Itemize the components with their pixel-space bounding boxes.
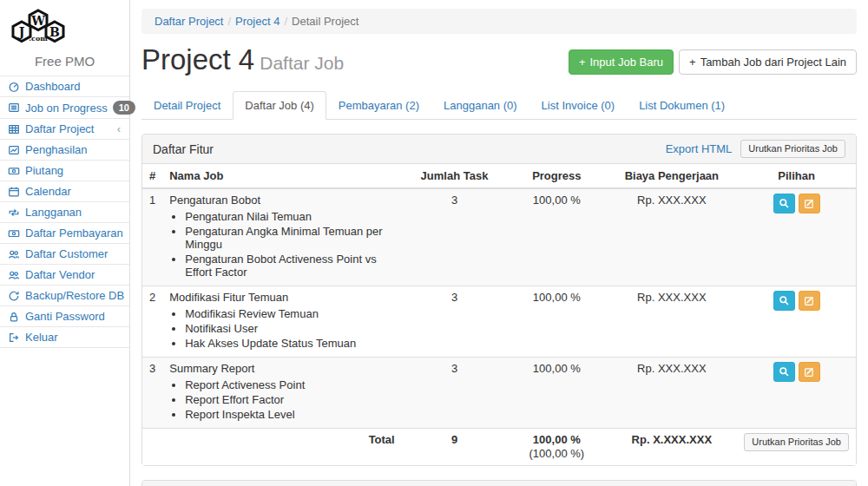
task-count: 3: [402, 358, 508, 429]
search-icon: [779, 295, 790, 306]
plus-icon: +: [579, 55, 586, 69]
table-row: 2 Modifikasi Fitur Temuan Modifikasi Rev…: [142, 286, 856, 358]
sidebar-item-job-on-progress[interactable]: Job on Progress 10: [0, 97, 129, 119]
view-job-button[interactable]: [773, 291, 795, 311]
progress-value: 100,00 %: [507, 286, 606, 358]
urutkan-prioritas-job-button[interactable]: Urutkan Prioritas Job: [744, 433, 849, 451]
search-icon: [779, 366, 790, 378]
users-icon: [7, 269, 20, 281]
column-header: Pilihan: [737, 164, 856, 188]
tab-list-dokumen[interactable]: List Dokumen (1): [627, 91, 737, 120]
sidebar-item-label: Daftar Project: [25, 122, 112, 135]
total-label: Total: [162, 429, 401, 466]
row-actions: [744, 362, 849, 382]
sidebar-item-dashboard[interactable]: Dashboard: [0, 76, 129, 97]
row-actions: [744, 194, 849, 213]
sidebar-item-label: Backup/Restore DB: [25, 289, 124, 302]
breadcrumb-current: Detail Project: [292, 15, 358, 28]
tab-daftar-job[interactable]: Daftar Job (4): [233, 91, 326, 120]
cost-value: Rp. XXX.XXX: [606, 188, 737, 286]
row-actions: [744, 291, 849, 311]
edit-job-button[interactable]: [799, 194, 820, 213]
sidebar: W J B .com Free PMO Dashboard Job on Pro…: [0, 0, 130, 486]
job-title: Modifikasi Fitur Temuan: [169, 291, 288, 304]
subtask-item: Pengaturan Angka Minimal Temuan per Ming…: [185, 224, 394, 252]
sidebar-item-backup-restore-db[interactable]: Backup/Restore DB: [0, 286, 129, 306]
cost-value: Rp. XXX.XXX: [606, 358, 737, 429]
sidebar-item-label: Daftar Vendor: [25, 268, 122, 281]
job-title: Pengaturan Bobot: [169, 194, 260, 207]
refresh-icon: [7, 290, 20, 302]
sidebar-item-penghasilan[interactable]: Penghasilan: [0, 140, 129, 161]
project-name: Project 4: [141, 43, 254, 76]
sidebar-item-label: Daftar Customer: [25, 247, 122, 260]
table-row: 1 Pengaturan Bobot Pengaturan Nilai Temu…: [142, 188, 856, 286]
svg-text:.com: .com: [29, 34, 48, 43]
page-header: Project 4Daftar Job + Input Job Baru + T…: [141, 43, 857, 81]
breadcrumb-link-daftar-project[interactable]: Daftar Project: [155, 15, 223, 28]
view-job-button[interactable]: [773, 362, 795, 382]
edit-icon: [804, 198, 815, 209]
column-header: Progress: [507, 164, 606, 188]
search-icon: [779, 198, 790, 209]
progress-value: 100,00 %: [507, 358, 606, 429]
sidebar-item-daftar-vendor[interactable]: Daftar Vendor: [0, 265, 129, 286]
sidebar-item-keluar[interactable]: Keluar: [0, 327, 129, 348]
sidebar-menu: Dashboard Job on Progress 10 Daftar Proj…: [0, 76, 129, 348]
edit-icon: [804, 366, 815, 378]
app-logo[interactable]: W J B .com Free PMO: [0, 0, 129, 69]
lock-icon: [7, 311, 20, 323]
breadcrumb-separator: /: [279, 15, 292, 28]
sidebar-item-label: Job on Progress: [25, 102, 108, 115]
input-job-baru-button[interactable]: + Input Job Baru: [569, 49, 674, 75]
column-header: Jumlah Task: [402, 164, 508, 188]
dashboard-icon: [7, 81, 20, 93]
subtask-item: Report Activeness Point: [185, 378, 394, 392]
sidebar-item-daftar-pembayaran[interactable]: Daftar Pembayaran: [0, 223, 129, 244]
edit-job-button[interactable]: [799, 362, 820, 382]
urutkan-prioritas-job-button[interactable]: Urutkan Prioritas Job: [740, 140, 845, 158]
table-row: 3 Summary Report Report Activeness Point…: [142, 358, 856, 429]
jwb-hexagon-logo-icon: W J B .com: [0, 5, 76, 52]
calendar-icon: [7, 186, 20, 198]
tab-pembayaran[interactable]: Pembayaran (2): [326, 91, 431, 120]
export-html-link[interactable]: Export HTML: [666, 142, 733, 155]
view-job-button[interactable]: [773, 194, 795, 213]
sidebar-item-daftar-project[interactable]: Daftar Project ‹: [0, 119, 129, 140]
tab-detail-project[interactable]: Detail Project: [141, 91, 233, 120]
subtask-item: Notifikasi User: [185, 321, 394, 336]
sidebar-item-label: Daftar Pembayaran: [25, 227, 123, 240]
edit-job-button[interactable]: [799, 291, 820, 311]
project-tabs: Detail Project Daftar Job (4) Pembayaran…: [141, 91, 857, 120]
subtask-item: Report Effort Factor: [185, 392, 394, 407]
sidebar-item-langganan[interactable]: Langganan: [0, 202, 129, 223]
sidebar-item-piutang[interactable]: Piutang: [0, 161, 129, 181]
sidebar-item-label: Ganti Password: [25, 310, 122, 323]
svg-text:B: B: [49, 25, 60, 39]
brand-name: Free PMO: [0, 54, 129, 69]
sidebar-item-calendar[interactable]: Calendar: [0, 181, 129, 202]
page-subtitle: Daftar Job: [260, 53, 344, 73]
subtask-item: Pengaturan Bobot Activeness Point vs Eff…: [185, 252, 394, 279]
breadcrumb-link-project-4[interactable]: Project 4: [235, 15, 279, 28]
tambah-job-dari-project-lain-button[interactable]: + Tambah Job dari Project Lain: [679, 49, 857, 75]
sidebar-item-ganti-password[interactable]: Ganti Password: [0, 306, 129, 327]
progress-value: 100,00 %: [507, 188, 606, 286]
money-icon: [7, 165, 20, 177]
table-header-row: # Nama Job Jumlah Task Progress Biaya Pe…: [142, 164, 856, 188]
row-number: 1: [142, 188, 162, 286]
panel-heading: Fitur Tambahan Export HTML Urutkan Prior…: [142, 481, 856, 486]
subtask-item: Report Inspekta Level: [185, 407, 394, 422]
subtask-item: Modifikasi Review Temuan: [185, 306, 394, 321]
total-task-count: 9: [402, 429, 508, 466]
breadcrumb: Daftar Project/Project 4/Detail Project: [141, 9, 857, 34]
daftar-fitur-table: # Nama Job Jumlah Task Progress Biaya Pe…: [142, 164, 856, 465]
tab-langganan[interactable]: Langganan (0): [431, 91, 529, 120]
sidebar-item-label: Keluar: [25, 331, 122, 344]
tab-list-invoice[interactable]: List Invoice (0): [529, 91, 628, 120]
line-chart-icon: [7, 144, 20, 156]
task-count: 3: [402, 286, 508, 358]
subtask-list: Pengaturan Nilai Temuan Pengaturan Angka…: [185, 209, 394, 279]
sign-out-icon: [7, 332, 20, 344]
sidebar-item-daftar-customer[interactable]: Daftar Customer: [0, 244, 129, 265]
